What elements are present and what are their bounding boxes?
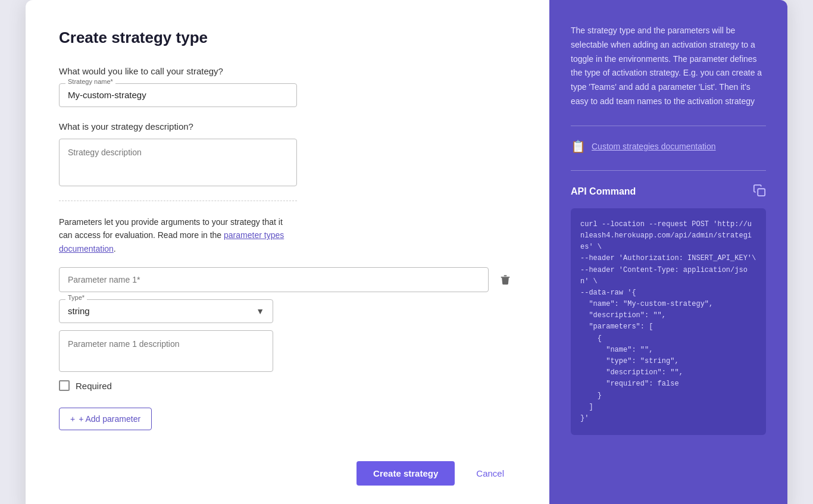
strategy-name-group: What would you like to call your strateg… [59, 66, 516, 107]
delete-param-button[interactable] [495, 269, 516, 290]
strategy-desc-wrapper [59, 139, 297, 186]
type-select[interactable]: string number boolean list [68, 306, 264, 316]
svg-rect-2 [758, 189, 765, 196]
api-command-title: API Command [571, 186, 636, 197]
sidebar-divider-2 [571, 170, 766, 171]
strategy-name-input[interactable] [68, 90, 288, 100]
param-name-input[interactable] [59, 267, 489, 292]
strategy-desc-group: What is your strategy description? [59, 121, 516, 186]
right-panel: The strategy type and the parameters wil… [549, 0, 787, 504]
sidebar-description: The strategy type and the parameters wil… [571, 24, 766, 109]
book-icon: 📋 [571, 139, 586, 154]
svg-rect-0 [501, 277, 510, 278]
strategy-desc-input[interactable] [68, 148, 288, 177]
sidebar-divider [571, 126, 766, 126]
add-param-label: + Add parameter [79, 414, 140, 424]
required-row: Required [59, 380, 516, 391]
add-parameter-button[interactable]: + + Add parameter [59, 408, 152, 430]
svg-rect-1 [504, 276, 507, 277]
api-code-block: curl --location --request POST 'http://u… [571, 208, 766, 435]
type-select-wrapper: Type* string number boolean list ▼ [59, 299, 273, 323]
strategy-name-floating-label: Strategy name* [65, 78, 115, 85]
param-section-text: Parameters let you provide arguments to … [59, 215, 297, 255]
strategy-name-section-label: What would you like to call your strateg… [59, 66, 516, 76]
param-desc-input[interactable] [59, 330, 273, 372]
action-bar: Create strategy Cancel [59, 449, 516, 486]
strategy-desc-section-label: What is your strategy description? [59, 121, 516, 132]
cancel-button[interactable]: Cancel [464, 461, 516, 486]
left-panel: Create strategy type What would you like… [26, 0, 549, 504]
doc-link-row: 📋 Custom strategies documentation [571, 139, 766, 154]
required-checkbox[interactable] [59, 380, 70, 391]
type-floating-label: Type* [65, 294, 87, 301]
api-command-header: API Command [571, 184, 766, 200]
modal-container: Create strategy type What would you like… [26, 0, 787, 504]
strategy-name-input-wrapper: Strategy name* [59, 83, 297, 107]
required-label: Required [76, 381, 112, 391]
custom-strategies-doc-link[interactable]: Custom strategies documentation [592, 142, 716, 151]
copy-icon-button[interactable] [753, 184, 766, 200]
param-name-row [59, 267, 516, 292]
create-strategy-button[interactable]: Create strategy [357, 461, 455, 486]
add-icon: + [70, 414, 75, 424]
page-title: Create strategy type [59, 29, 516, 47]
section-divider [59, 201, 297, 201]
